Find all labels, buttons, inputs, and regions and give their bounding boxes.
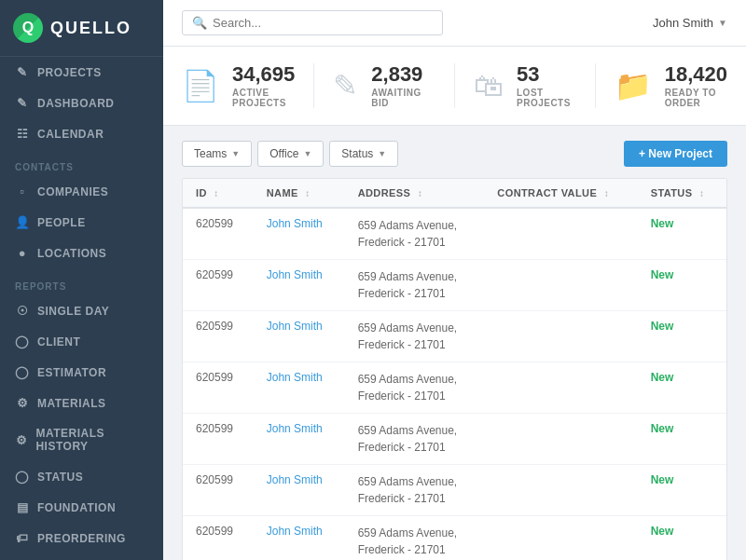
foundation-icon: ▤ — [15, 500, 30, 514]
status-badge: New — [651, 525, 674, 538]
nav-locations[interactable]: ● LOCATIONS — [0, 238, 163, 268]
nav-client-label: CLIENT — [37, 335, 80, 348]
people-icon: 👤 — [15, 215, 30, 229]
cell-contract-value — [484, 311, 637, 362]
nav-single-day[interactable]: ☉ SINGLE DAY — [0, 295, 163, 326]
name-link[interactable]: John Smith — [267, 473, 323, 486]
stat-active-projects: 📄 34,695 ACTIVEPROJECTS — [182, 63, 295, 108]
table-row: 620599 John Smith 659 Adams Avenue,Frede… — [183, 414, 726, 465]
nav-materials-history[interactable]: ⚙ MATERIALS HISTORY — [0, 418, 163, 461]
cell-status: New — [638, 362, 726, 414]
nav-estimator-label: ESTIMATOR — [37, 366, 106, 379]
nav-dashboard[interactable]: ✎ DASHBOARD — [0, 88, 163, 118]
nav-calendar[interactable]: ☷ CALENDAR — [0, 118, 163, 149]
logo-text: QUELLO — [50, 19, 131, 38]
preordering-icon: 🏷 — [15, 531, 30, 545]
sort-contract-icon[interactable]: ↕ — [604, 188, 609, 198]
status-filter-label: Status — [341, 147, 373, 160]
nav-foundation[interactable]: ▤ FOUNDATION — [0, 492, 163, 523]
cell-contract-value — [484, 362, 637, 414]
teams-filter-button[interactable]: Teams ▼ — [182, 141, 252, 167]
client-icon: ◯ — [15, 335, 30, 348]
nav-status-label: STATUS — [37, 471, 83, 484]
stat-divider-2 — [454, 63, 455, 108]
single-day-icon: ☉ — [15, 304, 30, 318]
cell-address: 659 Adams Avenue,Frederick - 21701 — [345, 414, 485, 465]
content-area: Teams ▼ Office ▼ Status ▼ + New Project — [163, 126, 746, 560]
cell-id: 620599 — [183, 311, 254, 362]
nav-client[interactable]: ◯ CLIENT — [0, 326, 163, 357]
col-header-name: NAME ↕ — [254, 179, 345, 208]
nav-estimator[interactable]: ◯ ESTIMATOR — [0, 357, 163, 388]
table-body: 620599 John Smith 659 Adams Avenue,Frede… — [183, 208, 726, 560]
search-input[interactable] — [213, 16, 433, 30]
cell-contract-value — [484, 208, 637, 260]
teams-filter-label: Teams — [194, 147, 227, 160]
nav-materials-history-label: MATERIALS HISTORY — [35, 427, 148, 453]
sort-address-icon[interactable]: ↕ — [418, 188, 422, 198]
nav-preordering[interactable]: 🏷 PREORDERING — [0, 523, 163, 553]
sort-status-icon[interactable]: ↕ — [699, 188, 704, 198]
user-name: John Smith — [653, 16, 713, 30]
cell-address: 659 Adams Avenue,Frederick - 21701 — [345, 208, 485, 260]
office-caret-icon: ▼ — [303, 149, 311, 158]
cell-status: New — [638, 465, 726, 516]
name-link[interactable]: John Smith — [267, 268, 323, 281]
nav-companies-label: COMPANIES — [37, 185, 108, 198]
nav-projects[interactable]: ✎ PROJECTS — [0, 57, 163, 88]
table-header-row: ID ↕ NAME ↕ ADDRESS ↕ CONTRACT VALUE ↕ S — [183, 179, 726, 208]
projects-icon: ✎ — [15, 65, 30, 79]
name-link[interactable]: John Smith — [267, 320, 323, 333]
nav-materials-label: MATERIALS — [37, 397, 106, 410]
nav-people[interactable]: 👤 PEOPLE — [0, 207, 163, 238]
name-link[interactable]: John Smith — [267, 422, 323, 435]
cell-name: John Smith — [254, 260, 345, 311]
nav-purchase-orders[interactable]: 🛒 PURCHASE ORDERS — [0, 553, 163, 560]
office-filter-label: Office — [269, 147, 298, 160]
companies-icon: ▫ — [15, 184, 30, 198]
projects-table-wrapper: ID ↕ NAME ↕ ADDRESS ↕ CONTRACT VALUE ↕ S — [182, 178, 727, 560]
status-filter-button[interactable]: Status ▼ — [329, 141, 398, 167]
logo-area: QUELLO — [0, 0, 163, 57]
header: 🔍 John Smith ▼ — [163, 0, 746, 47]
cell-contract-value — [484, 260, 637, 311]
office-filter-button[interactable]: Office ▼ — [257, 141, 324, 167]
status-badge: New — [651, 268, 674, 281]
cell-id: 620599 — [183, 414, 254, 465]
cell-address: 659 Adams Avenue,Frederick - 21701 — [345, 465, 485, 516]
cell-id: 620599 — [183, 260, 254, 311]
cell-id: 620599 — [183, 465, 254, 516]
stat-ready-to-order: 📁 18,420 READY TOORDER — [615, 63, 727, 108]
nav-preordering-label: PREORDERING — [37, 532, 126, 545]
sort-id-icon[interactable]: ↕ — [214, 188, 218, 198]
nav-foundation-label: FOUNDATION — [37, 501, 116, 514]
nav-companies[interactable]: ▫ COMPANIES — [0, 176, 163, 207]
stat-awaiting-bid: ✎ 2,839 AWAITING BID — [333, 63, 435, 108]
nav-projects-label: PROJECTS — [37, 66, 102, 79]
materials-icon: ⚙ — [15, 396, 30, 410]
name-link[interactable]: John Smith — [267, 525, 323, 538]
ready-to-order-label: READY TOORDER — [665, 88, 727, 108]
nav-people-label: PEOPLE — [37, 216, 86, 229]
table-row: 620599 John Smith 659 Adams Avenue,Frede… — [183, 311, 726, 362]
user-menu[interactable]: John Smith ▼ — [653, 16, 727, 30]
name-link[interactable]: John Smith — [267, 371, 323, 384]
cell-address: 659 Adams Avenue,Frederick - 21701 — [345, 260, 485, 311]
nav-status[interactable]: ◯ STATUS — [0, 461, 163, 492]
calendar-icon: ☷ — [15, 127, 30, 141]
ready-to-order-number: 18,420 — [665, 63, 727, 86]
cell-address: 659 Adams Avenue,Frederick - 21701 — [345, 516, 485, 560]
new-project-label: + New Project — [639, 147, 712, 160]
cell-name: John Smith — [254, 465, 345, 516]
nav-materials[interactable]: ⚙ MATERIALS — [0, 388, 163, 418]
new-project-button[interactable]: + New Project — [624, 141, 727, 167]
dashboard-icon: ✎ — [15, 96, 30, 110]
main-area: 🔍 John Smith ▼ 📄 34,695 ACTIVEPROJECTS ✎… — [163, 0, 746, 560]
name-link[interactable]: John Smith — [267, 217, 323, 230]
locations-icon: ● — [15, 246, 30, 260]
cell-id: 620599 — [183, 362, 254, 414]
cell-status: New — [638, 414, 726, 465]
estimator-icon: ◯ — [15, 365, 30, 379]
sort-name-icon[interactable]: ↕ — [305, 188, 310, 198]
table-row: 620599 John Smith 659 Adams Avenue,Frede… — [183, 516, 726, 560]
